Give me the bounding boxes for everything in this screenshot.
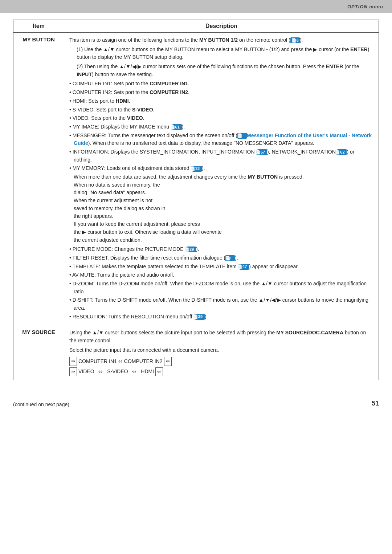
bullet-hdmi: • HDMI: Sets port to HDMI. <box>69 97 373 105</box>
flow-row-1: ⇒ COMPUTER IN1 ⇔ COMPUTER IN2 ⇐ <box>69 357 373 366</box>
my-source-p1: Using the ▲/▼ cursor buttons selects the… <box>69 329 373 345</box>
desc-p1: This item is to assign one of the follow… <box>69 36 373 44</box>
ref-6: 📄6 <box>290 37 300 43</box>
bullet-d-shift: • D-SHIFT: Turns the D-SHIFT mode on/off… <box>69 296 373 312</box>
option-menu-label: OPTION menu <box>347 4 383 9</box>
bullet-video: • VIDEO: Sets port to the VIDEO. <box>69 114 373 122</box>
bullet-resolution: • RESOLUTION: Turns the RESOLUTION menu … <box>69 313 373 321</box>
bullet-picture-mode: • PICTURE MODE: Changes the PICTURE MODE… <box>69 245 373 253</box>
ref-33: 📄33 <box>192 166 202 172</box>
flow-label-computer-in2: COMPUTER IN2 <box>124 358 163 366</box>
bullet-svideo: • S-VIDEO: Sets port to the S-VIDEO. <box>69 106 373 114</box>
page-number: 51 <box>372 400 379 407</box>
desc-my-source-content: Using the ▲/▼ cursor buttons selects the… <box>69 329 373 376</box>
table-row: MY SOURCE Using the ▲/▼ cursor buttons s… <box>13 325 379 380</box>
footer: (continued on next page) 51 <box>0 400 392 407</box>
flow-arrow-right-1: ⇒ <box>69 357 77 366</box>
my-source-p2: Select the picture input that is connect… <box>69 346 373 354</box>
bullet-filter-reset: • FILTER RESET: Displays the filter time… <box>69 254 373 262</box>
ref-29: 📄29 <box>187 247 196 252</box>
off-text: off <box>167 272 173 278</box>
ref-47: 📄47 <box>240 264 249 270</box>
bullet-my-image: • MY IMAGE: Displays the MY IMAGE menu (… <box>69 123 373 131</box>
flow-label-svideo: S-VIDEO <box>107 368 128 376</box>
flow-row-2: ⇒ VIDEO ⇔ S-VIDEO ⇔ HDMI ⇐ <box>69 367 373 376</box>
my-button-label: MY BUTTON <box>23 36 55 42</box>
page-wrapper: Item Description MY BUTTON This item is … <box>0 13 392 398</box>
bullet-av-mute: • AV MUTE: Turns the picture and audio o… <box>69 271 373 279</box>
flow-arrow-right-2: ⇒ <box>69 367 77 376</box>
messenger-link[interactable]: Messenger Function of the User's Manual … <box>74 133 372 146</box>
flow-arrow-double-3: ⇔ <box>130 368 140 376</box>
item-my-button: MY BUTTON <box>13 33 64 325</box>
desc-p3: (2) Then using the ▲/▼/◀/▶ cursor button… <box>69 63 373 78</box>
my-source-label: MY SOURCE <box>22 329 55 335</box>
flow-label-computer-in1: COMPUTER IN1 <box>78 358 117 366</box>
flow-diagram: ⇒ COMPUTER IN1 ⇔ COMPUTER IN2 ⇐ ⇒ VIDEO … <box>69 357 373 376</box>
ref-61: 📄61 <box>172 124 182 130</box>
bullet-computer-in1: • COMPUTER IN1: Sets port to the COMPUTE… <box>69 80 373 88</box>
table-row: MY BUTTON This item is to assign one of … <box>13 33 379 325</box>
header-bar: OPTION menu <box>0 0 392 13</box>
bullet-d-zoom: • D-ZOOM: Turns the D-ZOOM mode on/off. … <box>69 280 373 296</box>
desc-my-memory-detail: When more than one data are saved, the a… <box>69 173 373 244</box>
flow-arrow-double-2: ⇔ <box>96 368 106 376</box>
ref-messenger: 📄 <box>237 133 247 139</box>
flow-arrow-left-2: ⇐ <box>155 367 163 376</box>
main-table: Item Description MY BUTTON This item is … <box>13 20 379 380</box>
flow-label-video: VIDEO <box>78 368 94 376</box>
desc-my-button-content: This item is to assign one of the follow… <box>69 36 373 321</box>
flow-arrow-left-1: ⇐ <box>164 357 172 366</box>
continued-text: (continued on next page) <box>13 402 69 407</box>
bullet-template: • TEMPLATE: Makes the template pattern s… <box>69 263 373 271</box>
ref-50: 📄50 <box>225 255 235 261</box>
desc-my-source: Using the ▲/▼ cursor buttons selects the… <box>64 325 379 380</box>
col-header-item: Item <box>13 20 64 33</box>
bullet-information: • INFORMATION: Displays the SYSTEM_INFOR… <box>69 148 373 164</box>
flow-arrow-double-1: ⇔ <box>118 358 123 366</box>
desc-my-button: This item is to assign one of the follow… <box>64 33 379 325</box>
bullet-my-memory: • MY MEMORY: Loads one of adjustment dat… <box>69 164 373 172</box>
bullet-messenger: • MESSENGER: Turns the messenger text di… <box>69 132 373 147</box>
desc-p2: (1) Use the ▲/▼ cursor buttons on the MY… <box>69 46 373 61</box>
flow-label-hdmi: HDMI <box>141 368 154 376</box>
item-my-source: MY SOURCE <box>13 325 64 380</box>
col-header-desc: Description <box>64 20 379 33</box>
ref-62: 📄62 <box>337 149 347 155</box>
bullet-computer-in2: • COMPUTER IN2: Sets port to the COMPUTE… <box>69 89 373 97</box>
ref-57: 📄57 <box>258 149 267 155</box>
ref-39: 📄39 <box>195 314 205 320</box>
